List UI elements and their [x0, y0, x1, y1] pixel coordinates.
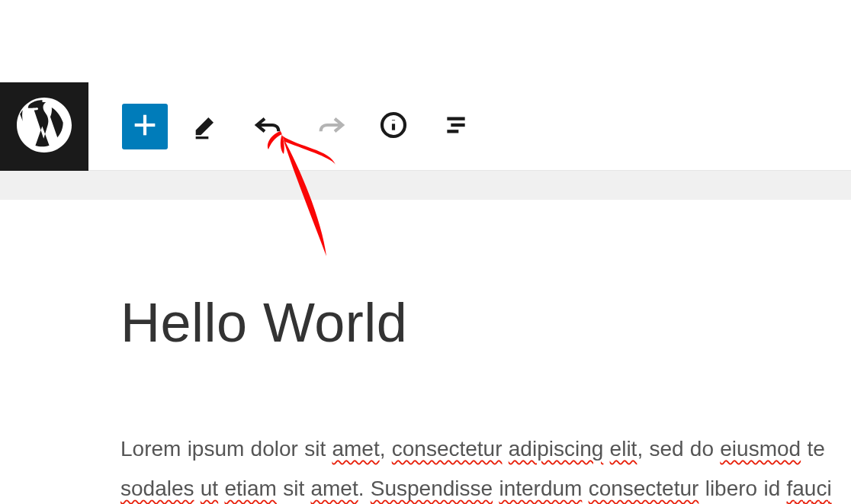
wordpress-logo-button[interactable]: [0, 82, 88, 171]
spellcheck-error: amet: [332, 437, 379, 461]
undo-icon: [253, 110, 284, 143]
spellcheck-error: consectetur: [589, 477, 699, 500]
post-title[interactable]: Hello World: [120, 291, 851, 355]
spellcheck-error: etiam: [224, 477, 276, 500]
redo-button[interactable]: [307, 104, 355, 149]
list-icon: [441, 110, 471, 143]
redo-icon: [316, 110, 346, 143]
spellcheck-error: adipiscing: [509, 437, 604, 461]
spellcheck-error: amet: [310, 477, 358, 500]
undo-button[interactable]: [244, 104, 293, 149]
spellcheck-error: sodales: [120, 477, 194, 500]
spellcheck-error: ut: [201, 477, 218, 500]
editor-toolbar: [0, 82, 851, 171]
spellcheck-error: elit: [610, 437, 637, 461]
details-button[interactable]: [369, 104, 418, 149]
spellcheck-error: consectetur: [392, 437, 503, 461]
spellcheck-error: Suspendisse: [371, 477, 493, 500]
info-icon: [378, 110, 409, 143]
post-body-paragraph[interactable]: Lorem ipsum dolor sit amet, consectetur …: [120, 429, 851, 504]
page-background: [0, 171, 851, 200]
pencil-icon: [191, 110, 221, 143]
spellcheck-error: eiusmod: [720, 437, 801, 461]
tools-button[interactable]: [181, 104, 230, 149]
spellcheck-error: fauci: [787, 477, 832, 500]
outline-button[interactable]: [432, 104, 480, 149]
editor-content-area[interactable]: Hello World Lorem ipsum dolor sit amet, …: [30, 200, 851, 504]
spellcheck-error: interdum: [499, 477, 582, 500]
plus-icon: [130, 110, 160, 143]
wordpress-icon: [17, 98, 72, 156]
add-block-button[interactable]: [122, 104, 168, 149]
